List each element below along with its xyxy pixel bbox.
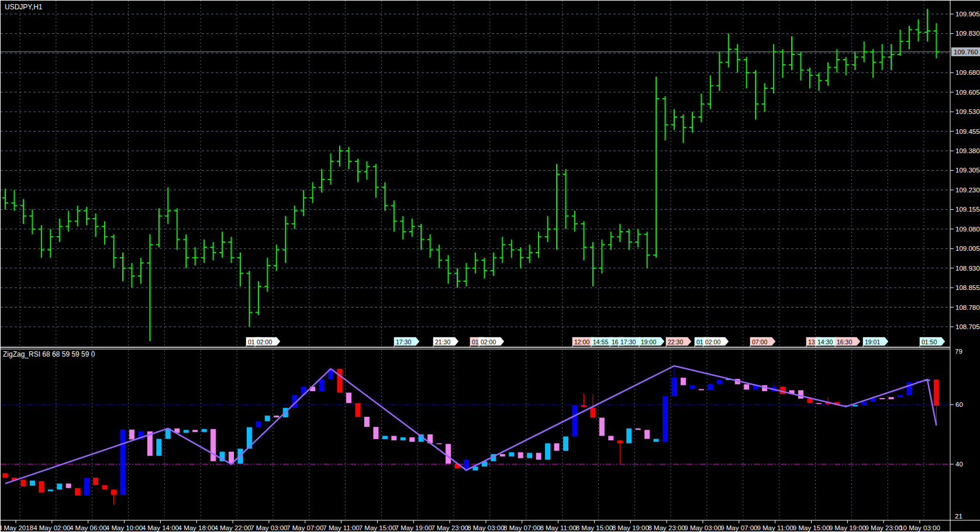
price-axis-label: 109.380 (955, 147, 980, 154)
indicator-candle (39, 481, 44, 492)
indicator-candle (717, 380, 722, 384)
indicator-candle (889, 397, 894, 399)
indicator-candle (20, 480, 26, 487)
indicator-candle (536, 453, 541, 460)
price-axis-label: 109.905 (955, 11, 980, 18)
indicator-candle (898, 395, 903, 397)
indicator-candle (3, 473, 8, 478)
indicator-candle (545, 443, 550, 460)
time-axis-label: 8 May 15:00 (576, 524, 613, 531)
indicator-candle (382, 436, 388, 440)
indicator-candle (527, 453, 532, 458)
indicator-candle (66, 483, 71, 488)
time-flag-label: 19:01 (865, 338, 880, 346)
indicator-candle (518, 452, 523, 458)
indicator-candle (572, 405, 577, 437)
time-axis-label: 8 May 11:00 (540, 524, 576, 531)
time-flag-label: 17:30 (396, 338, 411, 346)
price-axis-label: 109.155 (955, 206, 980, 213)
indicator-candle (861, 402, 867, 405)
indicator-candle (644, 430, 650, 438)
indicator-candle (672, 378, 677, 396)
indicator-candle (355, 403, 360, 416)
indicator-candle (274, 416, 279, 417)
indicator-candle (689, 385, 695, 389)
time-axis-label: 4 May 18:00 (178, 524, 215, 531)
indicator-label: ZigZag_RSI 68 68 59 59 59 0 (3, 350, 95, 358)
indicator-candle (184, 430, 189, 433)
time-flag-label: 02:00 (705, 338, 720, 346)
price-axis-label: 109.455 (955, 128, 980, 135)
indicator-axis-label: 40 (955, 461, 963, 468)
indicator-candle (391, 436, 396, 441)
indicator-candle (84, 478, 89, 496)
time-flag-label: 14:55 (593, 338, 608, 346)
time-axis-label: 4 May 10:00 (106, 524, 143, 531)
indicator-candle (337, 369, 343, 393)
indicator-candle (111, 489, 116, 495)
indicator-candle (636, 429, 641, 430)
current-price-badge-label: 109.760 (954, 49, 978, 56)
indicator-candle (409, 437, 415, 442)
price-axis-label: 109.305 (955, 167, 980, 174)
time-axis-label: 4 May 14:00 (142, 524, 179, 531)
price-axis-label: 108.705 (955, 323, 980, 330)
zigzag-line (5, 366, 936, 483)
indicator-candle (500, 454, 505, 457)
indicator-candle (807, 399, 812, 403)
indicator-candle (681, 378, 686, 385)
time-axis-label: 7 May 19:00 (395, 524, 432, 531)
indicator-candle (93, 478, 98, 485)
indicator-candle (364, 417, 370, 427)
time-axis-label: 9 May 03:00 (684, 524, 721, 531)
indicator-candle (211, 429, 216, 461)
symbol-timeframe-label: USDJPY,H1 (5, 3, 42, 11)
indicator-candle (256, 422, 261, 427)
indicator-candle (319, 379, 325, 391)
price-axis-label: 109.080 (955, 226, 980, 233)
indicator-candle (57, 483, 62, 489)
indicator-candle (699, 389, 704, 390)
indicator-candle (120, 430, 125, 495)
chart-canvas[interactable]: 109.905109.830109.680109.605109.530109.4… (1, 1, 980, 532)
time-axis-label: 7 May 23:00 (431, 524, 468, 531)
indicator-candle (879, 398, 885, 399)
price-axis-label: 108.855 (955, 284, 980, 291)
time-axis-label: 9 May 07:00 (720, 524, 757, 531)
price-axis-label: 109.605 (955, 89, 980, 96)
time-axis-label: 8 May 23:00 (648, 524, 685, 531)
time-axis-label: 9 May 15:00 (793, 524, 830, 531)
time-flag-label: 13: (808, 338, 817, 346)
indicator-candle (48, 489, 53, 491)
indicator-candle (373, 427, 378, 439)
indicator-candle (590, 407, 595, 417)
indicator-candle (446, 444, 451, 464)
indicator-candle (265, 416, 270, 422)
price-axis-label: 109.530 (955, 108, 980, 115)
indicator-candle (654, 439, 659, 442)
indicator-candle (608, 436, 613, 441)
time-axis-label: 7 May 11:00 (323, 524, 359, 531)
time-axis-label: 8 May 07:00 (503, 524, 540, 531)
time-flag-label: 02:00 (257, 338, 272, 346)
time-axis-label: 4 May 02:00 (33, 524, 70, 531)
indicator-axis-label: 21 (955, 513, 962, 520)
indicator-candle (798, 391, 803, 399)
time-flag-label: 02:00 (481, 338, 496, 346)
indicator-candle (102, 485, 108, 490)
time-axis-label: 10 May 03:00 (899, 524, 940, 531)
indicator-candle (437, 443, 442, 444)
indicator-candle (75, 488, 80, 496)
time-axis-label: 7 May 03:00 (250, 524, 287, 531)
time-axis-label: 9 May 23:00 (865, 524, 902, 531)
indicator-candle (934, 379, 939, 406)
price-axis-label: 109.230 (955, 186, 980, 194)
price-axis-label: 108.780 (955, 304, 980, 311)
indicator-candle (617, 440, 623, 443)
indicator-candle (156, 439, 161, 456)
price-axis-label: 109.830 (955, 30, 980, 37)
time-flag-label: 19:00 (641, 338, 656, 346)
indicator-candle (662, 396, 668, 443)
indicator-candle (401, 437, 406, 440)
time-flag-label: 17:30 (620, 338, 636, 346)
